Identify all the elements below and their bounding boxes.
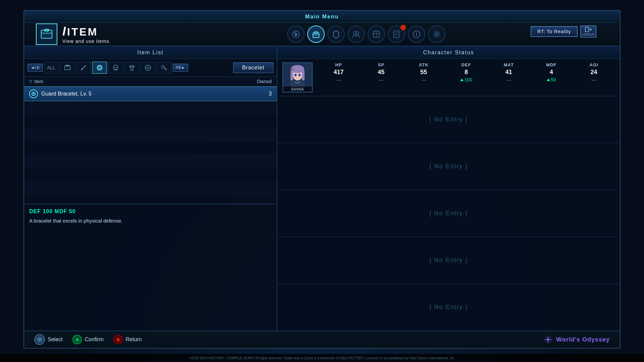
map-icon xyxy=(372,29,381,39)
stick-svg xyxy=(37,337,42,342)
item-desc-text: A bracelet that excels in physical defen… xyxy=(29,217,272,225)
svg-point-51 xyxy=(299,74,300,76)
confirm-control: A Confirm xyxy=(72,335,103,344)
cat-btn-sword[interactable] xyxy=(76,62,91,74)
nav-icon-armor[interactable] xyxy=(327,25,345,43)
item-row-name: Guard Bracelet, Lv. 5 xyxy=(41,91,245,97)
stats-labels-row: HP SP ATK DEF MAT MDF AGI xyxy=(318,62,615,67)
item-row-empty-3 xyxy=(24,128,277,141)
nav-icon-equipment[interactable] xyxy=(287,25,305,43)
svg-rect-29 xyxy=(114,69,117,70)
char-name-label: SHINA xyxy=(283,86,312,92)
item-row-empty-7 xyxy=(24,182,277,195)
cat-btn-accessory[interactable] xyxy=(141,62,155,74)
main-window: Main Menu IITEM View and use items. xyxy=(23,10,621,349)
lb-button[interactable]: ◄LB xyxy=(28,64,43,72)
game-title: World's Odyssey xyxy=(556,336,610,343)
char-portrait: SHINA xyxy=(282,62,313,93)
category-tabs: ◄LB ALL xyxy=(24,59,277,77)
cat-btn-key[interactable] xyxy=(157,62,171,74)
logout-button[interactable]: LOGOUT xyxy=(580,25,596,38)
no-entry-slot-5: [ No Entry ] xyxy=(277,284,620,330)
key-tab-icon xyxy=(160,64,168,71)
party-icon xyxy=(352,29,361,39)
item-row-empty-1 xyxy=(24,101,277,115)
char-status-title: Character Status xyxy=(277,46,620,59)
stat-change-hp: — xyxy=(318,77,360,82)
info-icon: i xyxy=(412,29,421,39)
char-stats-grid: HP SP ATK DEF MAT MDF AGI 417 45 55 xyxy=(318,62,615,84)
item-row-empty-2 xyxy=(24,115,277,128)
nav-icon-info[interactable]: i xyxy=(408,25,425,43)
no-entry-slots: [ No Entry ] [ No Entry ] [ No Entry ] [… xyxy=(277,96,620,330)
quest-badge xyxy=(400,25,406,30)
sword-tab-icon xyxy=(80,64,87,71)
svg-rect-46 xyxy=(290,70,293,80)
item-title-text: IITEM xyxy=(62,24,111,39)
rt-button-group: RT: To Reality LOGOUT xyxy=(531,25,596,38)
svg-point-40 xyxy=(33,93,34,95)
item-title: IITEM View and use items. xyxy=(62,24,111,44)
stat-label-atk: ATK xyxy=(403,62,445,67)
bracelet-item-icon xyxy=(31,92,36,96)
bag-icon xyxy=(311,29,321,39)
svg-point-54 xyxy=(39,339,41,341)
select-control: Select xyxy=(34,334,62,345)
nav-icon-settings[interactable] xyxy=(428,25,445,43)
no-entry-text-3: [ No Entry ] xyxy=(429,210,468,217)
nav-icon-item[interactable] xyxy=(307,25,325,43)
no-entry-text-5: [ No Entry ] xyxy=(429,304,468,311)
no-entry-slot-3: [ No Entry ] xyxy=(277,190,620,237)
cat-btn-all[interactable]: ALL xyxy=(44,62,59,74)
item-row[interactable]: Guard Bracelet, Lv. 5 3 xyxy=(24,86,277,101)
item-row-empty-5 xyxy=(24,155,277,168)
nav-icon-map[interactable] xyxy=(368,25,385,43)
category-label: Bracelet xyxy=(233,62,273,73)
char-stats-area: SHINA HP SP ATK DEF MAT MDF AGI xyxy=(277,59,620,96)
bottom-bar: Select A Confirm B Return World's Odysse… xyxy=(24,330,620,348)
svg-rect-47 xyxy=(302,70,305,80)
stat-value-hp: 417 xyxy=(318,69,360,76)
stat-value-atk: 55 xyxy=(403,69,445,76)
return-control: B Return xyxy=(113,335,142,344)
cat-btn-shirt[interactable] xyxy=(124,62,139,74)
cat-btn-bracelet[interactable] xyxy=(92,62,107,74)
item-section-header: IITEM View and use items. xyxy=(29,21,117,48)
rt-to-reality-button[interactable]: RT: To Reality xyxy=(531,26,578,37)
stat-value-def: 8 xyxy=(445,69,487,76)
stat-change-atk: — xyxy=(403,77,445,82)
svg-point-50 xyxy=(295,74,296,76)
svg-point-9 xyxy=(356,32,359,34)
stats-changes-row: — — — 100 — 50 — xyxy=(318,77,615,82)
rb-button[interactable]: RB► xyxy=(173,64,189,72)
char-info-row: SHINA HP SP ATK DEF MAT MDF AGI xyxy=(282,62,615,93)
item-box-icon xyxy=(40,27,53,41)
col-item-header: ▽ Item xyxy=(29,79,245,84)
copyright-bar: ©2019 IDEA FACTORY / COMPILE HEART All r… xyxy=(0,354,644,362)
stat-label-hp: HP xyxy=(318,62,360,67)
cat-btn-item[interactable] xyxy=(60,62,75,74)
item-rows: Guard Bracelet, Lv. 5 3 xyxy=(24,86,277,204)
nav-icon-questlog[interactable] xyxy=(388,25,405,43)
return-label: Return xyxy=(125,337,142,343)
svg-text:i: i xyxy=(416,32,417,37)
bracelet-tab-icon xyxy=(96,64,103,71)
item-subtitle: View and use items. xyxy=(62,39,111,44)
armor-icon xyxy=(331,29,341,39)
stat-change-mdf: 50 xyxy=(530,77,572,82)
svg-point-27 xyxy=(97,65,102,70)
stat-label-agi: AGI xyxy=(573,62,615,67)
stat-label-def: DEF xyxy=(445,62,487,67)
cat-btn-skull[interactable] xyxy=(108,62,123,74)
skull-tab-icon xyxy=(112,64,119,71)
item-table-header: ▽ Item Owned xyxy=(24,77,277,86)
logout-icon xyxy=(585,27,592,32)
nav-icon-party[interactable] xyxy=(347,25,365,43)
stat-change-def: 100 xyxy=(445,77,487,82)
item-desc-stats: DEF 100 MDF 50 xyxy=(29,208,272,215)
item-list-title: Item List xyxy=(24,46,277,59)
col-owned-header: Owned xyxy=(245,79,272,84)
no-entry-text-2: [ No Entry ] xyxy=(429,163,468,170)
a-button-icon: A xyxy=(72,335,82,344)
item-tab-icon xyxy=(64,64,71,71)
